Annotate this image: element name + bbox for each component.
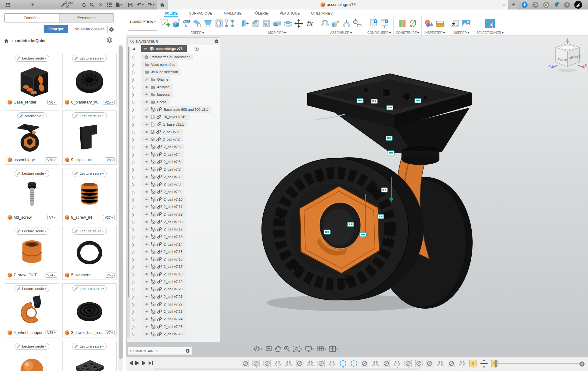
timeline-feature-joint-icon[interactable] [371,359,380,368]
combine-icon[interactable] [272,17,283,30]
eye-icon[interactable] [144,280,149,284]
timeline-feature-dots-icon[interactable] [339,359,347,368]
refresh-icon[interactable] [81,0,87,9]
eye-icon[interactable] [144,175,149,179]
tree-row[interactable]: 2_ball v7:9 [127,188,220,195]
eye-icon[interactable] [144,250,149,254]
tree-row[interactable]: 2_ball v7:2 [127,136,220,143]
close-tab-icon[interactable]: × [500,0,507,9]
tree-row[interactable]: 2_ball v7:12 [127,226,220,233]
expander-icon[interactable] [132,310,135,315]
tree-row[interactable]: 1_base v31:1 [127,121,220,128]
eye-icon[interactable] [144,130,149,134]
eye-icon[interactable] [143,47,148,51]
eye-icon[interactable] [144,190,149,194]
step-back-icon[interactable] [128,360,133,366]
tree-row[interactable]: 2_ball v7:5 [127,158,220,165]
eye-icon[interactable] [144,205,149,209]
expander-icon[interactable] [132,250,135,255]
expander-icon[interactable] [132,220,135,226]
group-insert-label[interactable]: INSÉRER [453,31,469,35]
new-folder-button[interactable]: Nouveau dossier [71,25,107,33]
close-icon[interactable]: × [97,0,104,9]
job-status-clock-icon[interactable] [542,0,549,9]
configuration-table-icon[interactable] [379,17,390,30]
timeline-feature-joint-icon[interactable] [306,359,315,368]
eye-icon[interactable] [144,287,149,291]
access-badge[interactable]: Lecture seule [15,55,49,62]
project-item-card[interactable]: Lecture seule9_clips_lockV8 [62,110,117,165]
tree-row[interactable]: 2_ball v7:3 [127,143,220,150]
expander-icon[interactable] [132,280,135,286]
group-construct-label[interactable]: CONSTRUIRE [396,31,419,35]
select-icon[interactable] [485,17,495,30]
insert-derive-icon[interactable] [450,17,461,30]
home-icon[interactable] [4,39,9,43]
expander-icon[interactable] [132,257,135,263]
as-built-joint-icon[interactable] [341,17,352,30]
timeline-feature-sketch-icon[interactable] [426,359,434,368]
item-version-badge[interactable]: V27 [103,215,115,220]
timeline-feature-joint-icon[interactable] [393,359,401,368]
offset-face-icon[interactable] [283,17,293,30]
tree-row[interactable]: Analyse [127,84,220,91]
group-assemble-label[interactable]: ASSEMBLER [330,31,352,35]
expander-icon[interactable] [132,145,135,151]
access-badge[interactable]: Lecture seule [72,55,107,62]
timeline-feature-gold-icon[interactable] [491,359,499,368]
tree-row[interactable]: 2_ball v7:17 [127,263,220,270]
joint-glyph-marker[interactable] [371,99,377,104]
eye-icon[interactable] [144,137,149,141]
new-component-icon[interactable] [330,17,341,30]
step-forward-icon[interactable] [141,360,147,366]
joint-glyph-marker[interactable] [386,136,392,141]
expander-icon[interactable] [132,190,135,196]
activate-component-radio[interactable] [194,47,199,52]
play-icon[interactable] [135,360,140,366]
tree-row[interactable]: Jeux de sélection [127,68,220,75]
configuration-icon[interactable] [369,17,379,30]
project-item-card[interactable]: Lecture seule7_srew_OUTV24 [5,226,59,280]
expander-icon[interactable] [132,332,135,338]
expander-icon[interactable] [132,123,135,128]
ruler-icon[interactable] [435,17,445,30]
project-item-card[interactable]: ModifiableassemblageV76 [5,110,59,165]
joint-glyph-marker[interactable] [387,105,393,110]
joint-glyph-marker[interactable] [381,188,388,192]
project-item-card[interactable]: Lecture seule [5,341,59,371]
timeline-feature-sketch-icon[interactable] [317,359,325,368]
fillet-icon[interactable] [250,17,261,30]
access-badge[interactable]: Lecture seule [72,343,107,350]
item-version-badge[interactable]: V38 [46,330,57,335]
joint-glyph-marker[interactable] [377,214,384,219]
eye-icon[interactable] [144,85,149,89]
hole-icon[interactable] [213,17,224,30]
tree-row[interactable]: 2_ball v7:18 [127,271,220,278]
expander-icon[interactable] [132,317,135,323]
access-badge[interactable]: Lecture seule [72,112,107,119]
expander-icon[interactable] [132,198,135,203]
item-name[interactable]: Case_render [14,100,46,104]
help-icon[interactable]: ? [563,0,570,9]
eye-icon[interactable] [144,332,149,336]
project-item-card[interactable]: Lecture seule8_screw_INV27 [62,168,117,222]
tree-row[interactable]: Base plate 600 and 900 v2:1 [127,106,220,113]
loft-icon[interactable] [203,17,213,30]
access-badge[interactable]: Lecture seule [72,170,107,177]
expander-icon[interactable] [132,182,135,188]
timeline-feature-sketch-icon[interactable] [360,359,369,368]
motion-link-icon[interactable] [352,17,363,30]
comments-bar[interactable]: COMMENTAIRES [127,347,193,355]
project-item-card[interactable]: Lecture seuleM3_screwV7 [5,168,59,222]
tree-row[interactable]: Origine [127,76,220,83]
eye-icon[interactable] [144,235,149,239]
move-icon[interactable] [293,17,304,30]
access-badge[interactable]: Modifiable [17,112,46,119]
expander-icon[interactable] [132,167,135,173]
notifications-bell-icon[interactable] [553,0,560,9]
expand-comments-icon[interactable] [186,349,190,353]
shell-icon[interactable] [261,17,272,30]
upload-button[interactable]: Charger [44,25,68,33]
eye-icon[interactable] [144,182,149,186]
item-version-badge[interactable]: V76 [46,157,57,162]
